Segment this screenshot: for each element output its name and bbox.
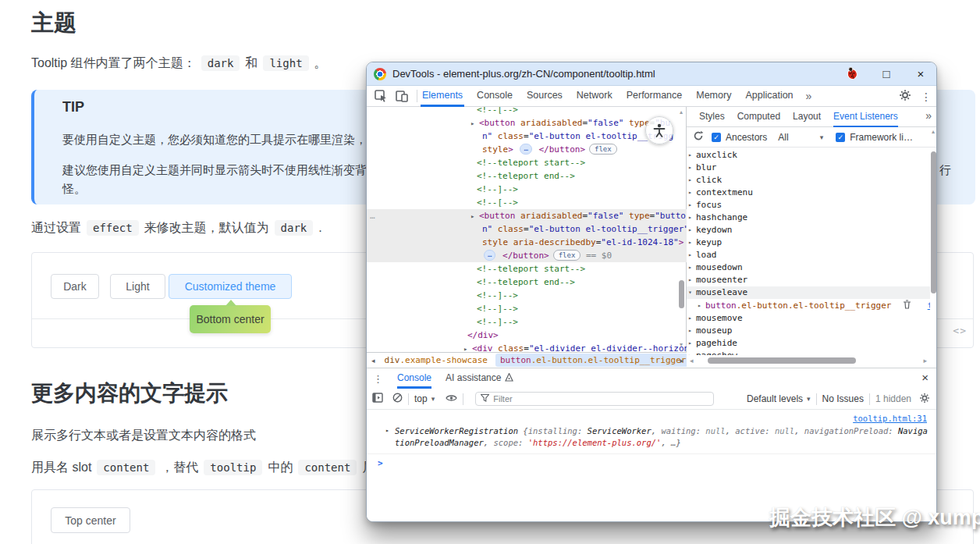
- elements-code-line[interactable]: <!--teleport start-->: [367, 262, 687, 276]
- event-listener-pagehide[interactable]: ▸pagehide: [687, 337, 930, 350]
- inspect-element-icon[interactable]: [374, 89, 388, 103]
- elements-code-line[interactable]: n" class="el-button el-tooltip__trigger": [367, 222, 687, 236]
- console-sidebar-toggle-icon[interactable]: [372, 393, 383, 405]
- listener-node-tag[interactable]: button: [705, 300, 737, 311]
- event-listener-load[interactable]: ▸load: [687, 249, 930, 261]
- live-expression-eye-icon[interactable]: [446, 393, 457, 405]
- disclosure-arrow-icon[interactable]: ▸: [688, 224, 692, 236]
- flex-badge[interactable]: flex: [589, 144, 617, 155]
- scroll-up-icon[interactable]: ▴: [929, 128, 937, 135]
- hidden-messages-count[interactable]: 1 hidden: [875, 393, 911, 404]
- elements-code-line[interactable]: <!--[-->: [367, 107, 687, 116]
- light-button[interactable]: Light: [110, 274, 165, 299]
- expand-object-icon[interactable]: ▸: [385, 427, 389, 434]
- elements-code-line[interactable]: style aria-describedby="el-id-1024-18">: [367, 236, 687, 249]
- tab-application[interactable]: Application: [744, 86, 794, 107]
- close-drawer-icon[interactable]: ×: [921, 371, 929, 384]
- collapsed-content-icon[interactable]: …: [484, 250, 495, 261]
- console-filter[interactable]: [475, 392, 714, 406]
- tab-performance[interactable]: Performance: [625, 86, 684, 107]
- tab-memory[interactable]: Memory: [694, 86, 733, 107]
- tab-ai-assistance[interactable]: AI assistance: [446, 368, 501, 389]
- tab-computed[interactable]: Computed: [737, 107, 780, 127]
- elements-code-line[interactable]: ▸<button ariadisabled="false" type="bu: [367, 116, 687, 130]
- elements-code-line[interactable]: n" class="el-button el-tooltip__trigg: [367, 130, 687, 143]
- elements-code-line[interactable]: <!--]-->: [367, 302, 687, 315]
- elements-code-line[interactable]: </div>: [367, 329, 687, 342]
- collapsed-content-icon[interactable]: …: [520, 144, 531, 155]
- scroll-down-icon[interactable]: ▾: [676, 341, 686, 348]
- disclosure-arrow-icon[interactable]: ▸: [688, 236, 692, 249]
- scroll-up-icon[interactable]: ▴: [676, 108, 686, 116]
- disclosure-arrow-icon[interactable]: ▸: [688, 312, 692, 325]
- elements-code-line[interactable]: <!--[-->: [367, 196, 687, 209]
- tab-sources[interactable]: Sources: [525, 86, 564, 107]
- ancestors-checkbox[interactable]: ✓: [712, 133, 721, 142]
- console-message[interactable]: tooltip.html:31 ▸ ServiceWorkerRegistrat…: [367, 410, 936, 454]
- disclosure-arrow-icon[interactable]: ▸: [688, 274, 692, 286]
- context-selector[interactable]: top: [414, 393, 428, 404]
- elements-code-line[interactable]: style> … </button>flex: [367, 143, 687, 156]
- devtools-titlebar[interactable]: DevTools - element-plus.org/zh-CN/compon…: [367, 62, 936, 86]
- event-listener-keyup[interactable]: ▸keyup: [687, 236, 930, 249]
- context-dropdown-icon[interactable]: ▾: [431, 395, 435, 403]
- default-levels-select[interactable]: Default levels: [747, 393, 803, 404]
- disclosure-arrow-icon[interactable]: ▸: [470, 117, 474, 130]
- disclosure-arrow-icon[interactable]: ▸: [688, 350, 692, 355]
- disclosure-arrow-icon[interactable]: ▾: [688, 286, 692, 299]
- settings-gear-icon[interactable]: [899, 89, 911, 104]
- elements-code-line[interactable]: ▸<div class="el-divider el-divider--hori…: [367, 342, 687, 352]
- listener-node-classes[interactable]: .el-button.el-tooltip__trigger: [737, 300, 892, 311]
- dark-button[interactable]: Dark: [51, 274, 99, 299]
- scroll-right-icon[interactable]: ▸: [923, 357, 927, 364]
- scrollbar-thumb[interactable]: [679, 280, 684, 308]
- disclosure-arrow-icon[interactable]: ▸: [463, 343, 467, 352]
- view-source-icon[interactable]: <>: [953, 325, 967, 336]
- event-listener-hashchange[interactable]: ▸hashchange: [687, 212, 930, 224]
- disclosure-arrow-icon[interactable]: ▸: [688, 212, 692, 224]
- dom-tree[interactable]: <!--[-->▸<button ariadisabled="false" ty…: [367, 107, 687, 352]
- event-listener-keydown[interactable]: ▸keydown: [687, 224, 930, 236]
- console-prompt-icon[interactable]: >: [378, 458, 383, 468]
- scrollbar-thumb[interactable]: [931, 151, 936, 293]
- filter-input[interactable]: [493, 394, 708, 404]
- disclosure-arrow-icon[interactable]: ▸: [470, 210, 474, 223]
- disclosure-arrow-icon[interactable]: ▸: [688, 162, 692, 174]
- flex-badge[interactable]: flex: [553, 250, 581, 261]
- scrollbar-thumb[interactable]: [708, 357, 856, 364]
- framework-checkbox[interactable]: ✓: [836, 133, 845, 142]
- listener-scope-select[interactable]: All: [778, 132, 788, 143]
- disclosure-arrow-icon[interactable]: ▸: [688, 249, 692, 261]
- refresh-icon[interactable]: [693, 130, 704, 144]
- elements-code-line[interactable]: <!--]-->: [367, 289, 687, 302]
- event-listener-click[interactable]: ▸click: [687, 174, 930, 187]
- disclosure-arrow-icon[interactable]: ▸: [698, 299, 701, 312]
- event-listener-mouseenter[interactable]: ▸mouseenter: [687, 274, 930, 286]
- close-window-button[interactable]: ×: [914, 67, 928, 80]
- event-listener-detail-row[interactable]: ▸ button.el-button.el-tooltip__trigger t…: [687, 299, 930, 312]
- customized-theme-button[interactable]: Customized theme: [169, 274, 292, 299]
- disclosure-arrow-icon[interactable]: ▸: [688, 261, 692, 274]
- elements-code-line[interactable]: <!--teleport start-->: [367, 156, 687, 169]
- sidebar-scrollbar[interactable]: ▴: [929, 128, 937, 356]
- elements-scrollbar[interactable]: ▴ ▾: [676, 107, 686, 352]
- disclosure-arrow-icon[interactable]: ▸: [688, 199, 692, 212]
- elements-code-line[interactable]: <!--]-->: [367, 183, 687, 196]
- console-settings-gear-icon[interactable]: [919, 393, 930, 406]
- event-listener-mousemove[interactable]: ▸mousemove: [687, 312, 930, 325]
- device-toolbar-icon[interactable]: [395, 89, 409, 103]
- tab-event-listeners[interactable]: Event Listeners: [833, 107, 898, 127]
- breadcrumb-prev-icon[interactable]: ◂: [367, 357, 380, 364]
- sidebar-more-tabs-icon[interactable]: »: [925, 109, 932, 122]
- tab-console-drawer[interactable]: Console: [397, 368, 431, 389]
- issues-counter[interactable]: No Issues: [822, 393, 864, 404]
- clear-console-icon[interactable]: [392, 393, 403, 405]
- disclosure-arrow-icon[interactable]: ▸: [688, 325, 692, 337]
- disclosure-arrow-icon[interactable]: ▸: [688, 149, 692, 162]
- event-listener-focus[interactable]: ▸focus: [687, 199, 930, 212]
- tab-layout[interactable]: Layout: [793, 107, 821, 127]
- event-listener-blur[interactable]: ▸blur: [687, 162, 930, 174]
- devtools-menu-icon[interactable]: ⋮: [921, 91, 932, 103]
- event-listener-contextmenu[interactable]: ▸contextmenu: [687, 187, 930, 199]
- select-dropdown-icon[interactable]: ▾: [820, 133, 824, 141]
